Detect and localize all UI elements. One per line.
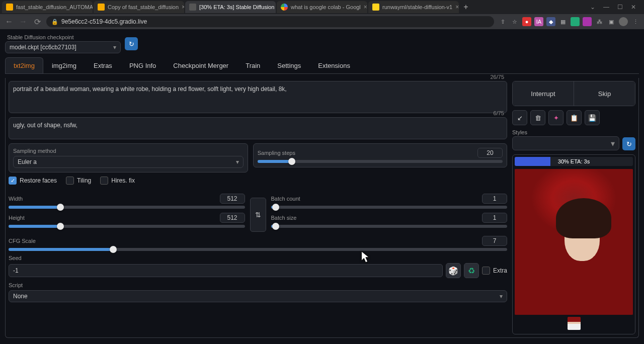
batch-size-label: Batch size bbox=[271, 215, 297, 221]
browser-tab-0[interactable]: fast_stable_diffusion_AUTOMA× bbox=[2, 1, 93, 13]
tab-title: [30% ETA: 3s] Stable Diffusion bbox=[199, 4, 274, 10]
tab-extensions[interactable]: Extensions bbox=[309, 57, 359, 73]
height-slider[interactable] bbox=[9, 225, 245, 228]
generated-image bbox=[515, 169, 633, 315]
style-apply-button[interactable]: ✦ bbox=[548, 110, 564, 125]
close-icon[interactable]: × bbox=[182, 4, 184, 11]
width-slider[interactable] bbox=[9, 206, 245, 209]
width-value[interactable]: 512 bbox=[220, 194, 245, 204]
tab-title: fast_stable_diffusion_AUTOMA bbox=[16, 4, 93, 10]
sampling-steps-value[interactable]: 20 bbox=[477, 148, 503, 158]
height-label: Height bbox=[9, 215, 25, 221]
lock-icon: 🔒 bbox=[51, 19, 58, 25]
tab-pnginfo[interactable]: PNG Info bbox=[121, 57, 165, 73]
new-tab-button[interactable]: + bbox=[460, 1, 472, 13]
browser-tab-3[interactable]: what is google colab - Googl× bbox=[277, 1, 367, 13]
close-icon[interactable]: × bbox=[364, 4, 367, 11]
output-image-viewer[interactable]: ✕ bbox=[515, 169, 633, 315]
ext-icon-4[interactable]: ▦ bbox=[558, 17, 568, 26]
width-label: Width bbox=[9, 196, 23, 202]
profile-icon[interactable] bbox=[619, 17, 628, 26]
hires-fix-checkbox[interactable]: Hires. fix bbox=[100, 177, 135, 185]
swap-dimensions-button[interactable]: ⇅ bbox=[250, 198, 266, 232]
cfg-value[interactable]: 7 bbox=[482, 236, 507, 246]
seed-input[interactable]: -1 bbox=[9, 264, 443, 277]
share-icon[interactable]: ⇧ bbox=[498, 17, 507, 26]
positive-token-count: 26/75 bbox=[490, 74, 504, 80]
progress-text: 30% ETA: 3s bbox=[558, 158, 590, 164]
sampling-method-select[interactable]: Euler a bbox=[13, 156, 244, 168]
minimize-icon[interactable]: — bbox=[603, 4, 609, 11]
ext-icon-1[interactable]: ● bbox=[522, 17, 531, 26]
clipboard-button[interactable]: 📋 bbox=[567, 110, 582, 125]
extensions-icon[interactable]: ⁂ bbox=[595, 17, 604, 26]
cfg-slider[interactable] bbox=[9, 248, 507, 251]
tab-train[interactable]: Train bbox=[237, 57, 269, 73]
chevron-down-icon[interactable]: ⌄ bbox=[590, 4, 595, 11]
seed-reuse-button[interactable]: ♻ bbox=[464, 263, 479, 278]
ext-icon-6[interactable] bbox=[583, 17, 592, 26]
batch-count-slider[interactable] bbox=[271, 206, 508, 209]
tab-title: runwayml/stable-diffusion-v1 bbox=[382, 4, 452, 10]
address-bar: ← → ⟳ 🔒 9e5e6cc2-c519-4dc5.gradio.live ⇧… bbox=[0, 14, 644, 29]
batch-count-value[interactable]: 1 bbox=[482, 194, 507, 204]
seed-extra-checkbox[interactable]: Extra bbox=[482, 267, 507, 275]
forward-icon[interactable]: → bbox=[18, 17, 28, 27]
browser-tab-4[interactable]: runwayml/stable-diffusion-v1× bbox=[368, 1, 459, 13]
close-window-icon[interactable]: ✕ bbox=[631, 4, 636, 11]
save-style-button[interactable]: 💾 bbox=[585, 110, 600, 125]
url-text: 9e5e6cc2-c519-4dc5.gradio.live bbox=[61, 18, 147, 25]
interrupt-button[interactable]: Interrupt bbox=[513, 81, 574, 106]
close-icon[interactable]: × bbox=[455, 4, 459, 11]
arrow-tool-button[interactable]: ↙ bbox=[512, 110, 527, 125]
progress-fill bbox=[515, 157, 550, 166]
progress-bar: 30% ETA: 3s bbox=[515, 157, 633, 166]
tab-img2img[interactable]: img2img bbox=[43, 57, 85, 73]
script-select[interactable]: None bbox=[9, 290, 507, 302]
sampling-method-label: Sampling method bbox=[13, 148, 244, 154]
tab-checkpoint-merger[interactable]: Checkpoint Merger bbox=[165, 57, 237, 73]
ext-icon-2[interactable]: IA bbox=[534, 17, 543, 26]
clear-prompt-button[interactable]: 🗑 bbox=[530, 110, 545, 125]
script-label: Script bbox=[9, 282, 507, 288]
ext-icon-5[interactable] bbox=[571, 17, 580, 26]
styles-select[interactable] bbox=[512, 136, 619, 150]
back-icon[interactable]: ← bbox=[4, 17, 14, 27]
main-tab-strip: txt2img img2img Extras PNG Info Checkpoi… bbox=[5, 57, 639, 74]
output-thumbnail[interactable] bbox=[568, 317, 581, 330]
restore-faces-checkbox[interactable]: Restore faces bbox=[9, 177, 57, 185]
tab-txt2img[interactable]: txt2img bbox=[5, 57, 43, 73]
sampling-steps-label: Sampling steps bbox=[258, 150, 295, 156]
negative-token-count: 6/75 bbox=[494, 110, 504, 116]
positive-prompt-input[interactable]: portrait of a beautiful woman, wearing a… bbox=[9, 81, 507, 113]
panel-icon[interactable]: ▣ bbox=[607, 17, 616, 26]
cfg-label: CFG Scale bbox=[9, 238, 36, 244]
height-value[interactable]: 512 bbox=[220, 213, 245, 223]
reload-icon[interactable]: ⟳ bbox=[32, 17, 42, 27]
sampling-steps-slider[interactable] bbox=[258, 160, 503, 163]
browser-tab-strip: fast_stable_diffusion_AUTOMA× Copy of fa… bbox=[0, 0, 644, 14]
bookmark-icon[interactable]: ☆ bbox=[510, 17, 519, 26]
tab-extras[interactable]: Extras bbox=[85, 57, 121, 73]
refresh-checkpoint-button[interactable]: ↻ bbox=[125, 37, 138, 50]
negative-prompt-input[interactable]: ugly, out of shape, nsfw, bbox=[9, 117, 507, 139]
ext-icon-3[interactable]: ◆ bbox=[546, 17, 555, 26]
maximize-icon[interactable]: ☐ bbox=[617, 4, 623, 11]
seed-random-button[interactable]: 🎲 bbox=[446, 263, 461, 278]
checkpoint-select[interactable]: model.ckpt [cc6cb27103] bbox=[5, 41, 121, 53]
url-input[interactable]: 🔒 9e5e6cc2-c519-4dc5.gradio.live bbox=[46, 16, 494, 27]
checkpoint-label: Stable Diffusion checkpoint bbox=[5, 34, 121, 40]
batch-size-slider[interactable] bbox=[271, 225, 508, 228]
browser-tab-1[interactable]: Copy of fast_stable_diffusion× bbox=[94, 1, 184, 13]
tiling-checkbox[interactable]: Tiling bbox=[66, 177, 91, 185]
seed-label: Seed bbox=[9, 255, 507, 261]
tab-settings[interactable]: Settings bbox=[269, 57, 309, 73]
browser-tab-2[interactable]: [30% ETA: 3s] Stable Diffusion× bbox=[185, 1, 276, 13]
refresh-styles-button[interactable]: ↻ bbox=[622, 137, 635, 150]
batch-size-value[interactable]: 1 bbox=[482, 213, 507, 223]
skip-button[interactable]: Skip bbox=[574, 81, 635, 106]
tab-title: what is google colab - Googl bbox=[291, 4, 361, 10]
styles-label: Styles bbox=[512, 129, 619, 135]
batch-count-label: Batch count bbox=[271, 196, 300, 202]
menu-icon[interactable]: ⋮ bbox=[631, 17, 640, 26]
